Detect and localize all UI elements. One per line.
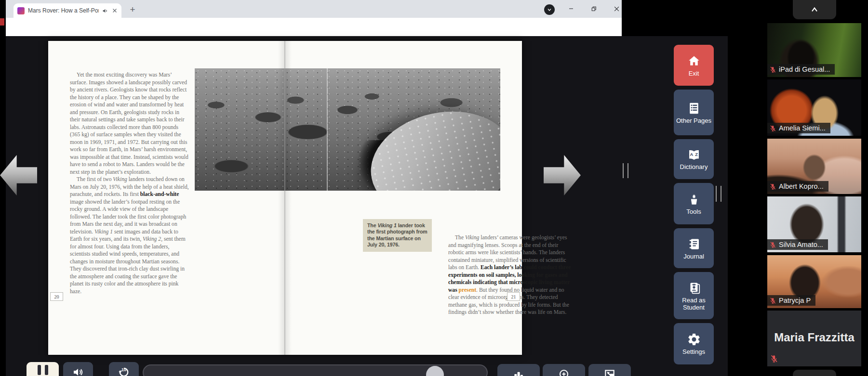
- left-paragraph-2: The first of two Viking landers touched …: [70, 176, 189, 295]
- fullscreen-icon: [603, 368, 616, 376]
- svg-text:Z: Z: [695, 152, 698, 156]
- screen-edge-artifact: [0, 18, 4, 26]
- browser-tab[interactable]: Mars Rover: How a Self-Portr: [13, 3, 121, 18]
- participant-video-tile[interactable]: Silvia Amato...: [767, 196, 861, 252]
- muted-mic-icon: [769, 125, 776, 132]
- chevron-up-icon: [808, 5, 821, 14]
- rewind-10-button[interactable]: 10: [109, 362, 139, 376]
- sidebar-button-label: Other Pages: [676, 117, 711, 124]
- sidebar-button-label: Tools: [686, 208, 701, 215]
- other-pages-button[interactable]: Other Pages: [674, 90, 714, 135]
- reader-sidebar: Exit Other Pages A Z Dictionary: [674, 45, 714, 364]
- pause-icon: [38, 365, 41, 375]
- tab-search-button[interactable]: [544, 4, 555, 15]
- student-card-icon: [687, 281, 701, 295]
- participant-name: Amelia Siemi...: [779, 124, 826, 132]
- window-close-button[interactable]: [606, 0, 627, 17]
- right-page-text: The Viking landers’ cameras were geologi…: [448, 234, 573, 316]
- speaker-icon: [72, 366, 84, 376]
- splitter-grip[interactable]: [716, 186, 721, 202]
- sidebar-button-label: Exit: [689, 70, 699, 77]
- muted-mic-icon: [769, 241, 776, 248]
- screen: Mars Rover: How a Self-Portr +: [0, 0, 868, 376]
- participant-video-tile[interactable]: iPad di Gesual...: [767, 23, 861, 77]
- pause-icon: [45, 365, 48, 375]
- tools-button[interactable]: Tools: [674, 183, 714, 224]
- left-page-text: Yet the most exciting discovery was Mars…: [70, 71, 189, 295]
- splitter-grip[interactable]: [623, 163, 628, 178]
- zoom-in-icon: [558, 368, 570, 376]
- rewind-seconds-label: 10: [109, 367, 139, 372]
- chevron-down-icon: [547, 7, 552, 13]
- pause-button[interactable]: [27, 362, 59, 376]
- page-overview-button[interactable]: [497, 364, 540, 376]
- tab-close-icon[interactable]: [112, 8, 118, 13]
- exit-button[interactable]: Exit: [674, 45, 714, 86]
- read-as-student-button[interactable]: Read as Student: [674, 272, 714, 319]
- book-gutter-line: [284, 41, 285, 355]
- browser-toolbar: myon.com/reader/index.html?a=chsc_mars_f…: [6, 18, 622, 36]
- myon-favicon-icon: [17, 7, 25, 14]
- journal-button[interactable]: Journal: [674, 228, 714, 268]
- participant-name-tag: Patrycja P: [767, 295, 815, 306]
- home-icon: [687, 54, 701, 68]
- svg-text:A: A: [690, 152, 693, 156]
- bars-icon: [512, 368, 525, 376]
- browser-tab-bar: Mars Rover: How a Self-Portr +: [6, 0, 622, 18]
- fullscreen-button[interactable]: [588, 364, 631, 376]
- participant-video-tile[interactable]: Albert Kopro...: [767, 139, 861, 194]
- zoom-in-button[interactable]: [543, 364, 585, 376]
- close-icon: [614, 6, 620, 12]
- muted-mic-icon: [769, 297, 776, 304]
- sidebar-button-label: Read as Student: [674, 297, 714, 311]
- left-paragraph-1: Yet the most exciting discovery was Mars…: [70, 71, 189, 176]
- lander-dish-shape: [361, 99, 500, 191]
- participant-name-tag: Amelia Siemi...: [767, 123, 830, 133]
- sidebar-button-label: Dictionary: [680, 163, 708, 170]
- sidebar-button-label: Journal: [683, 253, 704, 260]
- participant-name-tag: iPad di Gesual...: [767, 64, 835, 75]
- window-minimize-button[interactable]: [561, 0, 581, 17]
- participant-video-tile[interactable]: Maria Frazzitta: [767, 311, 861, 366]
- participant-name: Silvia Amato...: [779, 241, 823, 248]
- right-page-number: 21: [507, 292, 520, 301]
- new-tab-button[interactable]: +: [127, 4, 138, 15]
- right-paragraph: The Viking landers’ cameras were geologi…: [448, 234, 573, 316]
- left-page-number: 20: [50, 292, 63, 301]
- window-restore-button[interactable]: [584, 0, 604, 17]
- participant-name: Albert Kopro...: [779, 182, 824, 190]
- dictionary-book-icon: A Z: [686, 148, 702, 162]
- participant-video-tile[interactable]: Amelia Siemi...: [767, 79, 861, 136]
- minimize-icon: [568, 6, 574, 12]
- dictionary-button[interactable]: A Z Dictionary: [674, 139, 714, 179]
- mars-surface-photo: [195, 68, 500, 191]
- tab-title: Mars Rover: How a Self-Portr: [28, 7, 99, 14]
- participant-name: Patrycja P: [779, 297, 811, 304]
- video-panel-bottom-button[interactable]: [793, 370, 836, 376]
- participant-name-tag: Albert Kopro...: [767, 181, 828, 192]
- participant-name: Maria Frazzitta: [767, 331, 861, 344]
- photo-seam-line: [327, 68, 328, 191]
- volume-button[interactable]: [63, 362, 93, 376]
- sidebar-button-label: Settings: [682, 348, 705, 355]
- participant-video-tile[interactable]: Patrycja P: [767, 255, 861, 308]
- participant-name: iPad di Gesual...: [779, 65, 830, 73]
- pages-list-icon: [687, 101, 701, 116]
- tab-audio-speaker-icon[interactable]: [102, 8, 108, 14]
- muted-mic-icon: [769, 66, 776, 73]
- tools-cup-icon: [687, 192, 701, 207]
- photo-caption: The Viking 1 lander took the first photo…: [363, 219, 432, 252]
- muted-mic-icon: [769, 183, 776, 190]
- gear-icon: [687, 332, 701, 347]
- collapse-video-panel-button[interactable]: [793, 0, 836, 19]
- journal-notebook-icon: [687, 237, 701, 251]
- participant-name-tag: Silvia Amato...: [767, 239, 828, 250]
- muted-mic-icon: [770, 354, 778, 363]
- restore-icon: [591, 6, 597, 12]
- settings-button[interactable]: Settings: [674, 323, 714, 364]
